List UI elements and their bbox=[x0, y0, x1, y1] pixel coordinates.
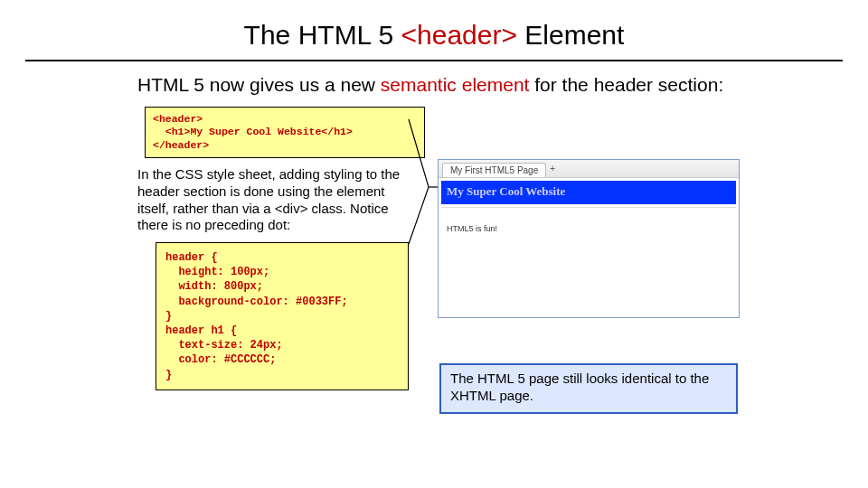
browser-tab-title: My First HTML5 Page bbox=[450, 165, 538, 175]
preview-page-header: My Super Cool Website bbox=[441, 181, 736, 204]
browser-preview: My First HTML5 Page + My Super Cool Webs… bbox=[438, 159, 740, 318]
css-code-box: header { height: 100px; width: 800px; ba… bbox=[156, 242, 409, 390]
intro-emphasis: semantic element bbox=[381, 74, 530, 95]
intro-suffix: for the header section: bbox=[529, 74, 723, 95]
browser-tab: My First HTML5 Page bbox=[442, 163, 546, 177]
css-explanation: In the CSS style sheet, adding styling t… bbox=[137, 166, 409, 234]
new-tab-icon: + bbox=[550, 164, 555, 174]
slide-title: The HTML 5 <header> Element bbox=[0, 0, 868, 60]
browser-tabbar: My First HTML5 Page + bbox=[439, 160, 739, 178]
html-code-box: <header> <h1>My Super Cool Website</h1> … bbox=[145, 107, 425, 158]
title-code: <header> bbox=[401, 20, 517, 50]
preview-page-body: HTML5 is fun! bbox=[441, 207, 736, 239]
title-suffix: Element bbox=[517, 20, 624, 50]
intro-text: HTML 5 now gives us a new semantic eleme… bbox=[0, 61, 868, 101]
title-prefix: The HTML 5 bbox=[244, 20, 401, 50]
intro-prefix: HTML 5 now gives us a new bbox=[137, 74, 381, 95]
caption-box: The HTML 5 page still looks identical to… bbox=[439, 363, 738, 414]
content-area: <header> <h1>My Super Cool Website</h1> … bbox=[0, 107, 868, 450]
